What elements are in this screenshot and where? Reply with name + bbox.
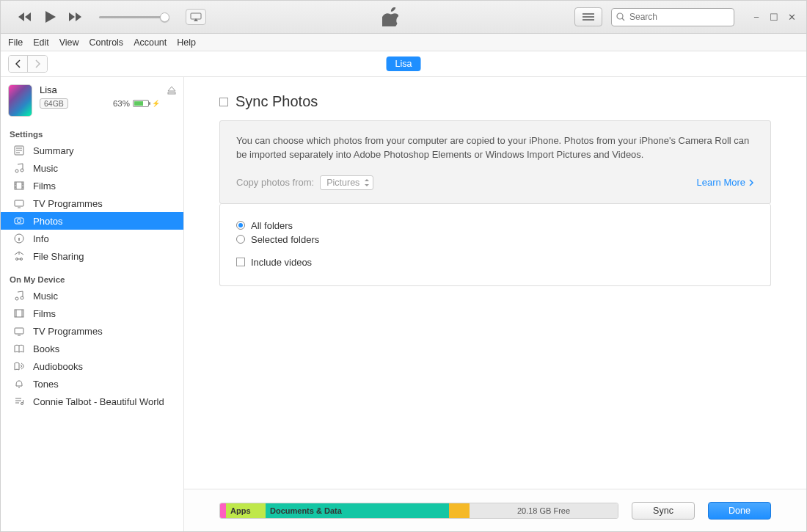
storage-seg-documents: Documents & Data <box>266 503 449 518</box>
sidebar-item-label: Films <box>33 308 56 319</box>
sidebar-header-settings: Settings <box>1 120 183 142</box>
nav-forward-button[interactable] <box>28 56 47 72</box>
playback-controls <box>1 9 206 25</box>
sync-photos-description: You can choose which photos from your co… <box>236 134 754 162</box>
menu-help[interactable]: Help <box>177 37 196 48</box>
search-icon <box>616 12 625 21</box>
svg-point-14 <box>21 296 23 299</box>
menu-bar: File Edit View Controls Account Help <box>1 34 806 51</box>
omd-item-music[interactable]: Music <box>1 287 183 305</box>
apps-icon <box>12 251 26 261</box>
film-icon <box>12 181 26 191</box>
menu-controls[interactable]: Controls <box>90 37 124 48</box>
sidebar-item-label: Summary <box>33 145 74 156</box>
sidebar-item-summary[interactable]: Summary <box>1 142 183 159</box>
device-name-label: Lisa <box>40 84 160 95</box>
storage-bar: Apps Documents & Data 20.18 GB Free <box>219 503 618 519</box>
sidebar-item-label: Music <box>33 163 58 174</box>
device-context-pill[interactable]: Lisa <box>387 57 421 71</box>
sync-photos-checkbox[interactable] <box>219 98 228 106</box>
menu-edit[interactable]: Edit <box>33 37 49 48</box>
music-icon <box>12 291 26 301</box>
summary-icon <box>12 145 26 156</box>
search-input[interactable] <box>628 11 741 23</box>
menu-account[interactable]: Account <box>134 37 167 48</box>
sync-photos-options-panel: All folders Selected folders Include vid… <box>219 204 771 286</box>
svg-point-9 <box>18 219 21 223</box>
sidebar-item-label: Films <box>33 181 56 192</box>
done-button[interactable]: Done <box>708 502 771 520</box>
main-area: Lisa 64GB 63% ⚡ Settings <box>1 77 806 531</box>
battery-icon <box>133 100 149 107</box>
sidebar-item-label: Tones <box>33 379 59 390</box>
window-controls: − ☐ ✕ <box>748 9 800 25</box>
titlebar-right: − ☐ ✕ <box>574 7 806 26</box>
omd-item-tv[interactable]: TV Programmes <box>1 322 183 340</box>
option-label: Selected folders <box>251 234 319 245</box>
storage-seg-audio <box>220 503 226 518</box>
sidebar-item-file-sharing[interactable]: File Sharing <box>1 247 183 265</box>
device-image <box>8 84 32 117</box>
svg-point-1 <box>617 13 623 19</box>
omd-item-tones[interactable]: Tones <box>1 375 183 393</box>
svg-point-5 <box>21 169 23 172</box>
svg-rect-16 <box>15 328 23 334</box>
sync-button[interactable]: Sync <box>632 502 695 520</box>
storage-seg-free: 20.18 GB Free <box>470 503 618 518</box>
center-display <box>206 7 574 26</box>
sidebar-item-music[interactable]: Music <box>1 159 183 177</box>
option-all-folders[interactable]: All folders <box>236 220 754 231</box>
volume-slider[interactable] <box>99 16 165 18</box>
airplay-button[interactable] <box>186 9 206 25</box>
play-button[interactable] <box>42 9 58 25</box>
sidebar-item-info[interactable]: Info <box>1 230 183 247</box>
sidebar-item-films[interactable]: Films <box>1 177 183 194</box>
menu-view[interactable]: View <box>59 37 79 48</box>
copy-source-dropdown[interactable]: Pictures <box>320 175 373 190</box>
view-list-button[interactable] <box>574 7 602 26</box>
sidebar-item-label: Connie Talbot - Beautiful World <box>33 396 164 407</box>
sync-photos-heading: Sync Photos <box>219 93 771 110</box>
radio-selected-folders[interactable] <box>236 235 245 244</box>
maximize-button[interactable]: ☐ <box>765 9 783 25</box>
sidebar-item-photos[interactable]: Photos <box>1 212 183 230</box>
option-include-videos[interactable]: Include videos <box>236 257 754 268</box>
omd-item-playlist[interactable]: Connie Talbot - Beautiful World <box>1 393 183 410</box>
minimize-button[interactable]: − <box>748 9 765 25</box>
option-label: Include videos <box>251 257 312 268</box>
menu-file[interactable]: File <box>8 37 23 48</box>
search-field[interactable] <box>611 8 734 26</box>
sidebar: Lisa 64GB 63% ⚡ Settings <box>1 77 184 531</box>
playlist-icon <box>12 396 26 407</box>
svg-point-13 <box>15 297 18 300</box>
checkbox-include-videos[interactable] <box>236 258 245 266</box>
option-selected-folders[interactable]: Selected folders <box>236 234 754 245</box>
learn-more-link[interactable]: Learn More <box>697 177 754 188</box>
svg-point-4 <box>15 170 18 172</box>
nav-back-button[interactable] <box>9 56 28 72</box>
sidebar-item-label: Music <box>33 291 58 302</box>
close-button[interactable]: ✕ <box>783 9 800 25</box>
sidebar-item-label: Audiobooks <box>33 361 83 372</box>
fast-forward-button[interactable] <box>67 9 83 25</box>
svg-rect-0 <box>191 13 201 19</box>
omd-item-films[interactable]: Films <box>1 305 183 322</box>
music-icon <box>12 163 26 173</box>
option-label: All folders <box>251 220 293 231</box>
player-bar: − ☐ ✕ <box>1 1 806 34</box>
learn-more-label: Learn More <box>697 177 745 188</box>
audiobook-icon <box>12 361 26 371</box>
rewind-button[interactable] <box>17 9 33 25</box>
device-summary: Lisa 64GB 63% ⚡ <box>1 77 183 120</box>
sidebar-item-label: Photos <box>33 216 62 227</box>
radio-all-folders[interactable] <box>236 221 245 230</box>
sidebar-item-label: Info <box>33 233 49 244</box>
omd-item-audiobooks[interactable]: Audiobooks <box>1 357 183 375</box>
chevron-right-icon <box>748 179 754 186</box>
film-icon <box>12 308 26 318</box>
eject-button[interactable] <box>167 84 176 95</box>
copy-photos-from-label: Copy photos from: <box>236 177 314 188</box>
omd-item-books[interactable]: Books <box>1 340 183 357</box>
photo-icon <box>12 216 26 226</box>
sidebar-item-tv[interactable]: TV Programmes <box>1 194 183 212</box>
